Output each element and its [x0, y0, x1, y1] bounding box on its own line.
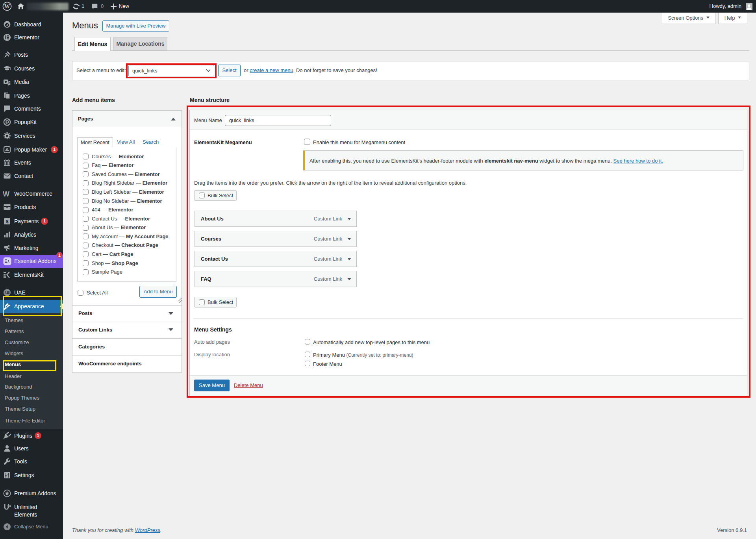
- svg-text:W: W: [4, 4, 10, 9]
- svg-text:$: $: [6, 219, 9, 224]
- svg-text:U: U: [5, 290, 8, 295]
- svg-text:W: W: [3, 190, 9, 198]
